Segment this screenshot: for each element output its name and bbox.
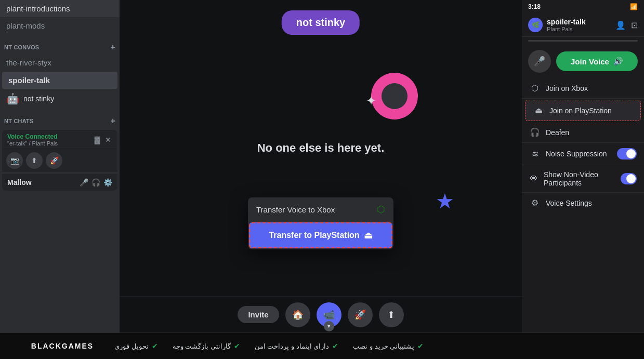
non-video-label: Show Non-Video Participants [544, 170, 621, 187]
main-area: not stinky No one else is here yet. ★ ✦ … [120, 0, 522, 333]
phone-channel-header: 🌿 spoiler-talk Plant Pals 👤 ⊡ [522, 14, 644, 37]
invite-button[interactable]: Invite [238, 306, 279, 323]
voice-icons: ▓ ✕ [94, 135, 112, 145]
sidebar: plant-introductions plant-mods NT CONVOS… [0, 0, 120, 333]
footer-feature-2: ✔ گارانتی بازگشت وجه [173, 342, 240, 350]
gear-icon: ⚙ [529, 198, 541, 208]
phone-signal-icons: 📶 [630, 3, 638, 10]
phone-time: 3:18 [528, 3, 541, 10]
transfer-xbox-button[interactable]: Transfer Voice to Xbox ⬡ [248, 197, 393, 221]
user-bar: Mallow 🎤 🎧 ⚙️ [2, 174, 117, 191]
voice-settings-label: Voice Settings [546, 199, 592, 207]
deco-circle [371, 73, 418, 119]
phone-deafen-item[interactable]: 🎧 Deafen [522, 122, 644, 143]
sidebar-item-plant-introductions[interactable]: plant-introductions [0, 0, 120, 17]
no-one-text: No one else is here yet. [257, 141, 385, 155]
phone-join-voice-button[interactable]: Join Voice 🔊 [556, 51, 638, 71]
message-bubble: not stinky [282, 10, 360, 35]
participants-icon: 👁 [529, 174, 538, 183]
phone-channel-name: spoiler-talk [547, 18, 586, 26]
camera-button[interactable]: 📷 [6, 152, 23, 169]
voice-connected-sub: "er-talk" / Plant Pals [7, 140, 58, 147]
footer-feature-1: ✔ تحویل فوری [114, 342, 158, 350]
xbox-menu-icon: ⬡ [529, 83, 541, 93]
transfer-popup: Transfer Voice to Xbox ⬡ Transfer to Pla… [248, 197, 393, 249]
phone-voice-settings-item[interactable]: ⚙ Voice Settings [522, 193, 644, 213]
sidebar-message: 🤖 not stinky [0, 89, 120, 108]
voice-connected-header: Voice Connected "er-talk" / Plant Pals ▓… [2, 130, 117, 149]
deco-circle-inner [382, 83, 408, 109]
footer-feature-3: ✔ دارای اینماد و پرداخت امن [255, 342, 338, 350]
microphone-button[interactable]: 🎤 [80, 178, 88, 187]
transfer-playstation-button[interactable]: Transfer to PlayStation ⏏ [249, 222, 392, 248]
avatar: 🤖 [6, 92, 19, 105]
ps-menu-icon: ⏏ [533, 105, 544, 115]
non-video-toggle[interactable] [621, 173, 637, 184]
share-screen-button[interactable]: ⬆ [26, 152, 43, 169]
nt-chats-section: NT CHATS + [0, 108, 120, 128]
username: Mallow [7, 178, 32, 187]
footer-features: ✔ پشتیبانی خرید و نصب ✔ دارای اینماد و پ… [114, 342, 634, 350]
activity-button[interactable]: 🚀 [46, 152, 62, 169]
phone-channel-sub: Plant Pals [547, 26, 586, 32]
non-video-left: 👁 Show Non-Video Participants [529, 170, 621, 187]
xbox-icon: ⬡ [377, 204, 385, 215]
footer-feature-4: ✔ پشتیبانی خرید و نصب [353, 342, 424, 350]
speaker-icon: 🔊 [613, 57, 623, 66]
voice-connected-section: Voice Connected "er-talk" / Plant Pals ▓… [2, 130, 117, 172]
sidebar-item-river-styx[interactable]: the-river-styx [0, 54, 120, 71]
phone-channel-info: 🌿 spoiler-talk Plant Pals [528, 18, 586, 32]
voice-main: not stinky No one else is here yet. ★ ✦ … [120, 0, 522, 296]
bottom-bar: Invite 🏠 📹 ▼ 🚀 ⬆ [120, 296, 522, 333]
playstation-icon: ⏏ [364, 230, 373, 241]
phone-status-bar: 3:18 📶 [522, 0, 644, 14]
phone-channel-avatar: 🌿 [528, 18, 543, 32]
sidebar-item-spoiler-talk[interactable]: spoiler-talk [2, 72, 117, 89]
activity-bottom-button[interactable]: 🚀 [348, 302, 373, 327]
check-icon-2: ✔ [234, 342, 240, 350]
noise-suppression-item: ≋ Noise Suppression [522, 143, 644, 165]
search-icon[interactable]: ⊡ [631, 20, 638, 30]
headphones-menu-icon: 🎧 [529, 127, 541, 137]
noise-suppression-left: ≋ Noise Suppression [529, 149, 607, 159]
footer-brand: BLACKGAMES [10, 342, 114, 350]
headphones-button[interactable]: 🎧 [91, 178, 100, 187]
nt-convos-section: NT CONVOS + [0, 34, 120, 54]
deafen-label: Deafen [546, 128, 569, 137]
voice-levels-icon[interactable]: ▓ [94, 135, 101, 145]
sidebar-item-plant-mods[interactable]: plant-mods [0, 17, 120, 34]
camera-bottom-button[interactable]: 🏠 [285, 302, 310, 327]
phone-join-xbox-item[interactable]: ⬡ Join on Xbox [522, 78, 644, 99]
phone-separator [528, 40, 638, 42]
add-nt-chats-button[interactable]: + [110, 116, 115, 126]
chevron-down-button[interactable]: ▼ [324, 321, 334, 331]
noise-icon: ≋ [529, 149, 541, 159]
phone-voice-btns: 🎤 Join Voice 🔊 [522, 45, 644, 78]
check-icon-3: ✔ [332, 342, 338, 350]
check-icon-1: ✔ [152, 342, 158, 350]
non-video-participants-item: 👁 Show Non-Video Participants [522, 165, 644, 193]
noise-suppression-toggle[interactable] [617, 148, 637, 159]
phone-mic-button[interactable]: 🎤 [528, 50, 551, 73]
right-panel: 3:18 📶 🌿 spoiler-talk Plant Pals 👤 ⊡ 🎤 J… [522, 0, 644, 333]
voice-disconnect-icon[interactable]: ✕ [104, 135, 112, 145]
user-controls: 🎤 🎧 ⚙️ [80, 178, 112, 187]
voice-connected-label: Voice Connected [7, 133, 58, 140]
add-nt-convos-button[interactable]: + [110, 43, 115, 52]
phone-header-icons: 👤 ⊡ [615, 20, 638, 30]
xbox-menu-label: Join on Xbox [546, 84, 588, 92]
phone-join-ps-item[interactable]: ⏏ Join on PlayStation [525, 100, 641, 121]
voice-action-bar: 📷 ⬆ 🚀 [2, 149, 117, 172]
share-bottom-button[interactable]: ⬆ [379, 302, 404, 327]
noise-suppression-label: Noise Suppression [546, 150, 607, 158]
footer: BLACKGAMES ✔ پشتیبانی خرید و نصب ✔ دارای… [0, 333, 644, 359]
settings-button[interactable]: ⚙️ [103, 178, 112, 187]
add-member-icon[interactable]: 👤 [615, 20, 626, 30]
deco-star: ★ [436, 189, 454, 213]
deco-sparkle: ✦ [366, 94, 376, 108]
check-icon-4: ✔ [417, 342, 424, 350]
ps-menu-label: Join on PlayStation [549, 107, 612, 115]
